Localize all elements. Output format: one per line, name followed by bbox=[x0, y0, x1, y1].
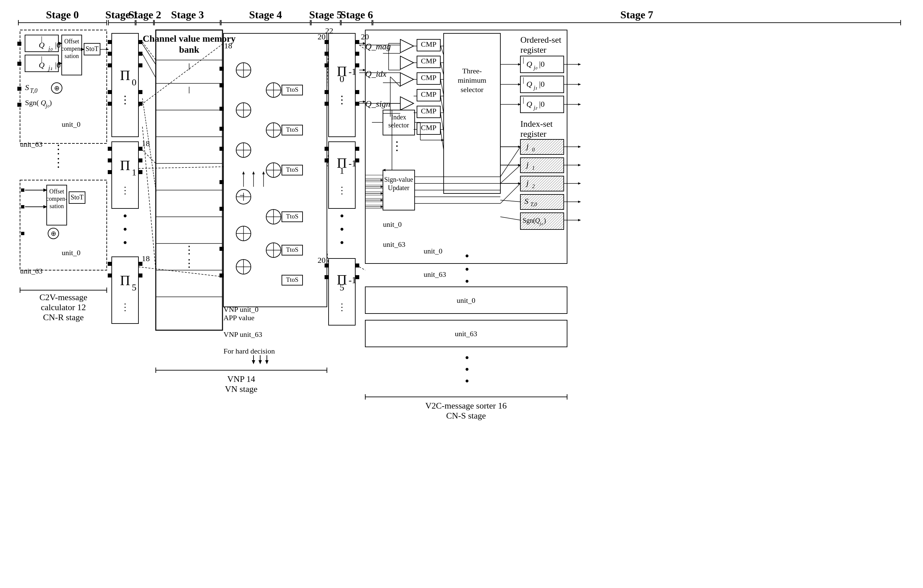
svg-text:•: • bbox=[340, 209, 344, 223]
svg-text:): ) bbox=[544, 217, 546, 225]
svg-rect-248 bbox=[355, 275, 359, 279]
svg-text:Stage 7: Stage 7 bbox=[621, 9, 654, 21]
svg-text:CN-R stage: CN-R stage bbox=[43, 312, 84, 322]
svg-text:2: 2 bbox=[532, 184, 535, 189]
svg-text:Offset: Offset bbox=[49, 188, 64, 195]
svg-text:18: 18 bbox=[142, 254, 150, 263]
svg-line-356 bbox=[440, 78, 443, 95]
svg-text:⊕: ⊕ bbox=[54, 84, 60, 92]
svg-rect-235 bbox=[355, 147, 359, 151]
svg-rect-282 bbox=[443, 33, 500, 194]
svg-rect-125 bbox=[138, 273, 143, 278]
svg-text:CMP: CMP bbox=[421, 107, 436, 115]
svg-rect-101 bbox=[138, 63, 143, 67]
svg-rect-95 bbox=[108, 52, 112, 56]
svg-text:Updater: Updater bbox=[388, 184, 410, 192]
svg-rect-81 bbox=[21, 232, 25, 235]
svg-text:StoT: StoT bbox=[86, 45, 99, 53]
svg-rect-192 bbox=[220, 127, 223, 131]
svg-text:Channel value memory: Channel value memory bbox=[143, 33, 235, 44]
svg-text:|0: |0 bbox=[55, 61, 61, 69]
svg-rect-191 bbox=[220, 107, 223, 111]
svg-text:TtoS: TtoS bbox=[286, 166, 299, 173]
svg-text:⋮: ⋮ bbox=[391, 140, 403, 153]
svg-line-402 bbox=[500, 147, 521, 177]
svg-text:Q_idx: Q_idx bbox=[365, 69, 387, 79]
svg-text:Q: Q bbox=[41, 99, 46, 107]
svg-text:unit_0: unit_0 bbox=[457, 296, 475, 304]
svg-text:compen-: compen- bbox=[46, 195, 67, 202]
svg-line-347 bbox=[138, 167, 223, 168]
svg-text:⋮: ⋮ bbox=[337, 302, 347, 312]
svg-text:20: 20 bbox=[317, 32, 325, 41]
svg-rect-78 bbox=[21, 205, 25, 209]
svg-text:•: • bbox=[340, 236, 344, 250]
svg-text:⋮: ⋮ bbox=[120, 302, 130, 312]
svg-text:): ) bbox=[49, 99, 52, 107]
svg-text:j₀: j₀ bbox=[539, 221, 544, 226]
svg-line-355 bbox=[440, 62, 443, 75]
svg-line-357 bbox=[440, 95, 443, 113]
svg-rect-98 bbox=[108, 102, 112, 106]
svg-rect-196 bbox=[220, 247, 223, 251]
svg-rect-64 bbox=[17, 87, 21, 91]
svg-text:TtoS: TtoS bbox=[286, 86, 299, 93]
svg-rect-127 bbox=[156, 30, 222, 330]
svg-rect-62 bbox=[17, 42, 21, 46]
svg-text:Π: Π bbox=[120, 158, 130, 173]
svg-rect-97 bbox=[108, 90, 112, 94]
svg-line-344 bbox=[143, 127, 156, 270]
svg-text:•: • bbox=[465, 374, 469, 388]
svg-text:•: • bbox=[465, 263, 469, 276]
svg-line-358 bbox=[440, 112, 443, 132]
svg-text:sation: sation bbox=[65, 53, 79, 59]
svg-text:•: • bbox=[465, 351, 469, 365]
svg-text:1: 1 bbox=[532, 165, 535, 171]
svg-rect-113 bbox=[138, 170, 143, 174]
svg-text:Q: Q bbox=[526, 100, 532, 108]
svg-text:selector: selector bbox=[388, 122, 409, 129]
svg-text:|: | bbox=[523, 55, 524, 64]
svg-rect-65 bbox=[17, 103, 21, 107]
svg-text:1: 1 bbox=[132, 167, 136, 177]
svg-rect-100 bbox=[138, 52, 143, 56]
svg-text:Stage 6: Stage 6 bbox=[340, 9, 373, 21]
svg-line-359 bbox=[440, 128, 443, 150]
svg-text:5: 5 bbox=[340, 282, 344, 292]
svg-text:unit_0: unit_0 bbox=[62, 120, 80, 128]
svg-text:Stage 5: Stage 5 bbox=[309, 9, 342, 21]
svg-text:|0: |0 bbox=[539, 80, 545, 89]
svg-text:j₀: j₀ bbox=[533, 65, 538, 71]
svg-text:⋮: ⋮ bbox=[120, 94, 130, 106]
svg-text:Index-set: Index-set bbox=[521, 119, 553, 129]
svg-rect-112 bbox=[138, 158, 143, 163]
svg-text:j₀: j₀ bbox=[48, 45, 53, 52]
svg-text:TtoS: TtoS bbox=[286, 213, 299, 220]
svg-line-364 bbox=[143, 44, 156, 65]
svg-rect-96 bbox=[108, 63, 112, 67]
svg-text:Q: Q bbox=[39, 61, 44, 69]
svg-text:Stage 2: Stage 2 bbox=[128, 9, 161, 21]
svg-text:Three-: Three- bbox=[462, 67, 482, 75]
svg-text:Q: Q bbox=[526, 60, 532, 68]
svg-rect-220 bbox=[325, 102, 328, 106]
svg-text:minimum: minimum bbox=[458, 76, 486, 84]
svg-text:Sgn(: Sgn( bbox=[523, 217, 535, 225]
svg-line-345 bbox=[143, 150, 156, 163]
svg-text:−: − bbox=[240, 190, 245, 200]
svg-line-353 bbox=[359, 267, 365, 270]
svg-text:0: 0 bbox=[340, 74, 344, 84]
svg-text:unit_0: unit_0 bbox=[62, 248, 80, 257]
svg-text:calculator 12: calculator 12 bbox=[41, 302, 86, 312]
svg-text:TtoS: TtoS bbox=[286, 276, 299, 283]
svg-text:-1: -1 bbox=[348, 158, 356, 168]
svg-rect-224 bbox=[355, 90, 359, 94]
svg-text:Q: Q bbox=[526, 80, 532, 89]
diagram-svg: Stage 0 Stage 1 Stage 2 Stage 3 Stage 4 … bbox=[0, 0, 923, 588]
svg-text:CN-S stage: CN-S stage bbox=[446, 411, 486, 420]
svg-text:j₁: j₁ bbox=[533, 85, 537, 91]
svg-rect-190 bbox=[220, 84, 223, 87]
svg-text:T,0: T,0 bbox=[530, 202, 537, 207]
svg-text:VN stage: VN stage bbox=[225, 384, 257, 394]
svg-text:CMP: CMP bbox=[421, 40, 436, 48]
